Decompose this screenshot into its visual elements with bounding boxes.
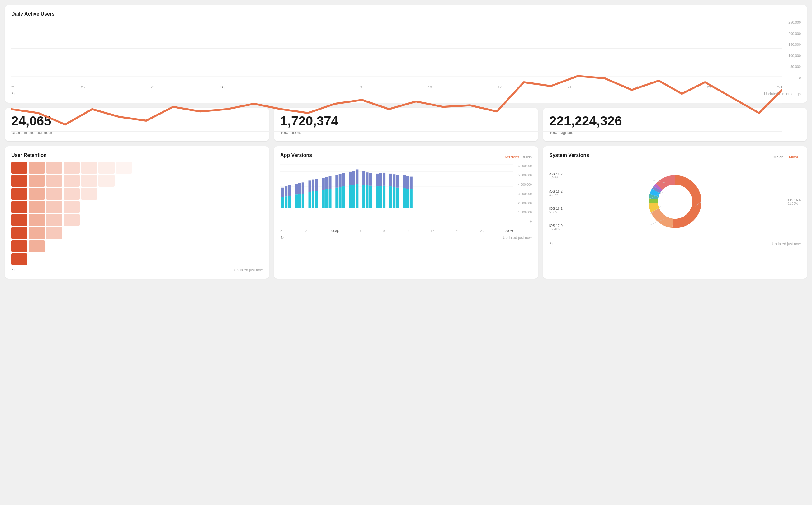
donut-container: iOS 15.7 1.94% iOS 16.2 3.29% iOS 16.1 5… — [549, 164, 801, 239]
bar-x-axis: 21 25 29Sep 5 9 13 17 21 25 29Oct — [280, 225, 513, 233]
svg-rect-15 — [285, 196, 287, 208]
svg-rect-35 — [329, 189, 331, 209]
donut-label-0: iOS 15.7 1.94% — [549, 172, 563, 180]
retention-row — [11, 162, 263, 174]
donut-label-1: iOS 16.2 3.29% — [549, 189, 563, 197]
svg-rect-42 — [342, 173, 345, 187]
svg-rect-64 — [393, 174, 395, 187]
retention-cell — [29, 175, 45, 187]
svg-rect-45 — [352, 185, 355, 208]
retention-cell — [11, 188, 27, 200]
retention-cell — [29, 162, 45, 174]
bar-y-axis: 6,000,000 5,000,000 4,000,000 3,000,000 … — [513, 164, 532, 223]
bottom-row: User Retention — [5, 146, 807, 279]
app-versions-updated: Updated just now — [503, 235, 532, 240]
svg-rect-27 — [312, 191, 314, 208]
retention-cell — [11, 175, 27, 187]
svg-rect-52 — [366, 172, 369, 185]
retention-refresh-icon[interactable]: ↻ — [11, 268, 15, 273]
app-versions-card: App Versions Versions Builds 6,000,000 5… — [274, 146, 538, 279]
svg-rect-14 — [281, 188, 284, 197]
svg-rect-54 — [369, 173, 372, 186]
retention-cell — [63, 214, 80, 226]
bar-chart-wrapper: 6,000,000 5,000,000 4,000,000 3,000,000 … — [280, 164, 532, 233]
line-chart-wrapper: 250,000 200,000 150,000 100,000 50,000 0… — [11, 20, 801, 89]
retention-cell — [63, 175, 80, 187]
retention-footer: ↻ Updated just now — [11, 268, 263, 273]
svg-rect-38 — [335, 175, 338, 188]
x-axis: 21 25 29 Sep 5 9 13 17 21 25 29 Oct — [11, 81, 782, 89]
retention-cell — [29, 188, 45, 200]
retention-cell — [46, 227, 62, 239]
svg-rect-36 — [329, 176, 331, 189]
svg-rect-70 — [406, 176, 409, 189]
donut-label-2: iOS 16.1 5.33% — [549, 207, 563, 214]
bar-group — [281, 170, 413, 209]
svg-rect-33 — [325, 189, 328, 208]
svg-rect-31 — [322, 190, 325, 208]
svg-rect-29 — [315, 191, 318, 208]
daily-chart-title: Daily Active Users — [11, 11, 801, 17]
svg-rect-65 — [396, 188, 399, 208]
retention-cell — [81, 188, 97, 200]
retention-cell — [29, 201, 45, 213]
retention-cell — [63, 162, 80, 174]
system-versions-refresh-icon[interactable]: ↻ — [549, 241, 553, 246]
svg-rect-30 — [315, 179, 318, 191]
retention-cell — [29, 240, 45, 252]
svg-rect-19 — [295, 194, 298, 208]
donut-label-right: iOS 16.6 51.63% — [787, 198, 801, 205]
svg-rect-60 — [383, 173, 386, 186]
retention-cell — [63, 188, 80, 200]
retention-row — [11, 227, 263, 239]
svg-rect-24 — [302, 183, 304, 194]
retention-row — [11, 201, 263, 213]
svg-rect-34 — [325, 177, 328, 189]
retention-cell — [98, 162, 115, 174]
toggle-minor[interactable]: Minor — [787, 154, 801, 160]
svg-rect-26 — [308, 181, 311, 192]
retention-cell — [46, 201, 62, 213]
retention-cell — [46, 162, 62, 174]
retention-cell — [63, 201, 80, 213]
retention-cell — [46, 175, 62, 187]
svg-rect-58 — [379, 173, 382, 186]
svg-rect-41 — [342, 186, 345, 208]
svg-rect-22 — [298, 183, 301, 194]
svg-rect-39 — [339, 187, 342, 208]
retention-cell — [46, 214, 62, 226]
retention-cell — [116, 162, 132, 174]
svg-rect-43 — [349, 185, 352, 209]
svg-rect-37 — [335, 188, 338, 208]
svg-rect-49 — [363, 185, 365, 208]
svg-rect-48 — [356, 170, 358, 184]
svg-rect-67 — [403, 188, 406, 208]
retention-grid — [11, 162, 263, 265]
svg-rect-55 — [376, 186, 379, 208]
y-axis: 250,000 200,000 150,000 100,000 50,000 0 — [782, 20, 801, 79]
svg-rect-16 — [285, 186, 287, 196]
svg-rect-57 — [379, 186, 382, 209]
donut-svg — [644, 171, 706, 233]
svg-rect-21 — [298, 194, 301, 208]
svg-rect-23 — [302, 193, 304, 208]
retention-cell — [98, 175, 115, 187]
svg-rect-47 — [356, 184, 358, 209]
svg-rect-18 — [288, 185, 291, 196]
donut-labels-left: iOS 15.7 1.94% iOS 16.2 3.29% iOS 16.1 5… — [549, 167, 563, 236]
retention-row — [11, 253, 263, 265]
retention-cell — [11, 253, 27, 265]
svg-rect-56 — [376, 174, 379, 186]
retention-row — [11, 175, 263, 187]
retention-cell — [81, 175, 97, 187]
svg-rect-72 — [410, 177, 413, 189]
retention-cell — [11, 227, 27, 239]
svg-rect-50 — [363, 171, 365, 185]
system-versions-footer: ↻ Updated just now — [549, 241, 801, 246]
app-versions-refresh-icon[interactable]: ↻ — [280, 235, 284, 240]
svg-rect-68 — [403, 175, 406, 188]
retention-cell — [11, 201, 27, 213]
svg-rect-71 — [410, 189, 413, 208]
svg-rect-66 — [396, 175, 399, 188]
bar-chart-svg — [280, 164, 513, 208]
